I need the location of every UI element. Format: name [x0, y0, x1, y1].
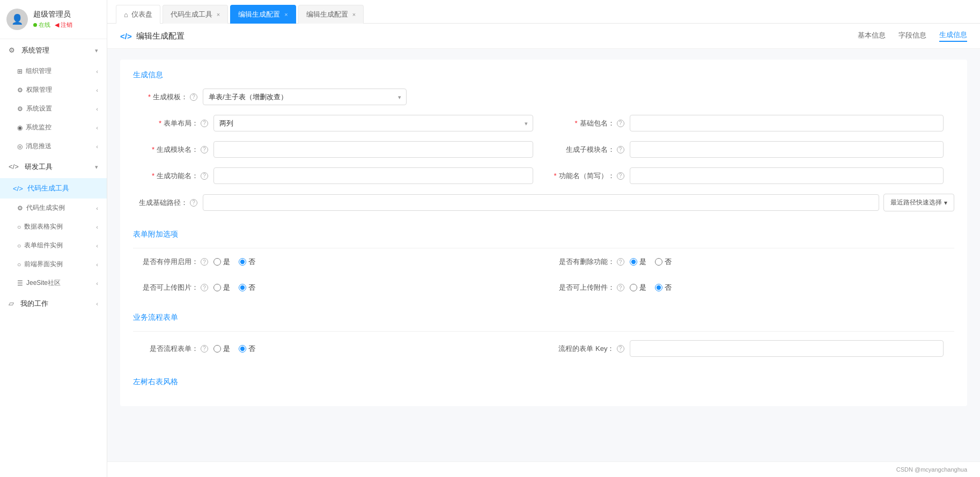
help-icon-abbr[interactable]: ?: [617, 172, 624, 180]
radio-attach-yes[interactable]: 是: [630, 283, 646, 292]
radio-input-delete-yes[interactable]: [630, 258, 637, 266]
form-component-icon: ○: [17, 242, 21, 249]
sidebar-item-data-table[interactable]: ○ 数据表格实例 ‹: [0, 217, 107, 236]
nav-basic-info[interactable]: 基本信息: [858, 31, 886, 41]
sidebar-section-system: ⚙ 系统管理 ▾ ⊞ 组织管理 ‹ ⚙ 权限管理 ‹ ⚙ 系统设置 ‹ ◉ 系统…: [0, 39, 107, 156]
help-icon-package[interactable]: ?: [617, 120, 624, 127]
shield-icon: ⚙: [17, 86, 23, 94]
chevron-left-icon3: ‹: [96, 106, 98, 112]
tab-edit-config-2[interactable]: 编辑生成配置 ×: [298, 5, 364, 24]
username: 超级管理员: [33, 10, 72, 19]
page-footer: CSDN @mcyangchanghua: [107, 461, 980, 477]
radio-attach-no[interactable]: 否: [655, 283, 672, 292]
sidebar-section-mywork: ▱ 我的工作 ‹: [0, 292, 107, 315]
logout-button[interactable]: ◀ 注销: [55, 21, 72, 29]
radio-input-disable-yes[interactable]: [213, 258, 221, 266]
sidebar-section-community: ☰ JeeSite社区 ‹: [0, 274, 107, 292]
help-icon-submodule[interactable]: ?: [617, 146, 624, 153]
radio-delete-no[interactable]: 否: [655, 257, 672, 267]
row-module-submodule: * 生成模块名： ? intern 生成子模块名： ?: [120, 141, 967, 158]
input-function-name[interactable]: intern_notice: [213, 167, 533, 184]
nav-field-info[interactable]: 字段信息: [898, 31, 926, 41]
help-icon-delete[interactable]: ?: [617, 258, 624, 266]
radio-input-workflow-no[interactable]: [239, 345, 246, 353]
chevron-left-icon10: ‹: [96, 280, 98, 287]
tab-code-gen-tool[interactable]: 代码生成工具 ×: [163, 5, 228, 24]
chevron-down-icon2: ▾: [95, 164, 98, 171]
help-icon-workflow[interactable]: ?: [201, 345, 208, 353]
tab-edit-config-active[interactable]: 编辑生成配置 ×: [230, 5, 296, 24]
avatar: 👤: [6, 9, 28, 30]
radio-input-delete-no[interactable]: [655, 258, 662, 266]
sidebar-group-dev-tools[interactable]: </> 研发工具 ▾: [0, 156, 107, 178]
col-function-abbr: * 功能名（简写）： ? intern_notice: [544, 167, 955, 184]
status-dot: [33, 23, 37, 27]
help-icon-layout[interactable]: ?: [201, 120, 208, 127]
dev-tools-left: </> 研发工具: [9, 162, 53, 172]
radio-input-workflow-yes[interactable]: [213, 345, 221, 353]
chevron-left-icon9: ‹: [96, 261, 98, 268]
sidebar-item-code-gen-example[interactable]: ⚙ 代码生成实例 ‹: [0, 199, 107, 217]
sidebar-item-community[interactable]: ☰ JeeSite社区 ‹: [0, 274, 107, 292]
sidebar-group-mywork[interactable]: ▱ 我的工作 ‹: [0, 292, 107, 315]
help-icon-path[interactable]: ?: [190, 199, 197, 207]
sidebar-item-monitor[interactable]: ◉ 系统监控 ‹: [0, 118, 107, 137]
input-sub-module[interactable]: [630, 141, 944, 158]
header-nav: 基本信息 字段信息 生成信息: [858, 30, 967, 42]
radio-workflow-no[interactable]: 否: [239, 344, 255, 354]
radio-image-yes[interactable]: 是: [213, 283, 230, 292]
sidebar-item-settings[interactable]: ⚙ 系统设置 ‹: [0, 99, 107, 118]
help-icon-module[interactable]: ?: [201, 146, 208, 153]
help-icon-attach[interactable]: ?: [617, 284, 624, 291]
section-generate-title: 生成信息: [120, 70, 967, 80]
radio-input-attach-yes[interactable]: [630, 284, 637, 291]
tab-dashboard[interactable]: ⌂ 仪表盘: [116, 5, 160, 24]
input-module-name[interactable]: intern: [213, 141, 533, 158]
row-disable-delete: 是否有停用启用： ? 是 否: [120, 257, 967, 267]
help-icon-workflow-key[interactable]: ?: [617, 345, 624, 353]
radio-input-image-yes[interactable]: [213, 284, 221, 291]
help-icon-template[interactable]: ?: [190, 93, 197, 101]
input-base-package[interactable]: com.jeesite.modules: [630, 115, 944, 131]
tab-close-icon-2[interactable]: ×: [284, 11, 288, 18]
sidebar-item-code-gen-tool[interactable]: </> 代码生成工具: [0, 178, 107, 199]
col-has-delete: 是否有删除功能： ? 是 否: [544, 257, 955, 267]
radio-delete-yes[interactable]: 是: [630, 257, 646, 267]
sidebar-group-system-management[interactable]: ⚙ 系统管理 ▾: [0, 39, 107, 62]
select-form-layout[interactable]: 两列: [213, 115, 533, 131]
input-workflow-key[interactable]: [630, 340, 944, 357]
path-quick-select-button[interactable]: 最近路径快速选择 ▾: [883, 194, 954, 211]
sidebar-item-permission[interactable]: ⚙ 权限管理 ‹: [0, 80, 107, 99]
col-function-name: * 生成功能名： ? intern_notice: [133, 167, 544, 184]
sidebar-item-org-management[interactable]: ⊞ 组织管理 ‹: [0, 62, 107, 80]
help-icon-disable[interactable]: ?: [201, 258, 208, 266]
help-icon-image[interactable]: ?: [201, 284, 208, 291]
col-workflow-key: 流程的表单 Key： ?: [544, 340, 955, 357]
chevron-left-icon6: ‹: [96, 205, 98, 211]
label-workflow-key: 流程的表单 Key： ?: [544, 344, 630, 354]
sidebar-item-form-component[interactable]: ○ 表单组件实例 ‹: [0, 236, 107, 255]
col-sub-module: 生成子模块名： ?: [544, 141, 955, 158]
select-generate-template[interactable]: 单表/主子表（增删改查）: [203, 89, 407, 105]
sidebar-item-frontend[interactable]: ○ 前端界面实例 ‹: [0, 255, 107, 274]
tab-close-icon-3[interactable]: ×: [352, 11, 356, 18]
nav-generate-info[interactable]: 生成信息: [939, 30, 967, 42]
radio-input-image-no[interactable]: [239, 284, 246, 291]
input-function-abbr[interactable]: intern_notice: [630, 167, 944, 184]
label-base-package: * 基础包名： ?: [544, 119, 630, 128]
control-function-name: intern_notice: [213, 167, 533, 184]
col-is-workflow: 是否流程表单： ? 是 否: [133, 340, 544, 357]
radio-input-attach-no[interactable]: [655, 284, 662, 291]
tab-close-icon-1[interactable]: ×: [217, 11, 220, 18]
radio-workflow-yes[interactable]: 是: [213, 344, 230, 354]
mywork-left: ▱ 我的工作: [9, 299, 48, 309]
radio-has-disable: 是 否: [213, 257, 255, 267]
sidebar-item-message[interactable]: ◎ 消息推送 ‹: [0, 137, 107, 156]
input-base-path[interactable]: E:\WorkSpace\JeeSite\Test\4.5\jeesite4-v…: [203, 194, 879, 211]
radio-disable-no[interactable]: 否: [239, 257, 255, 267]
radio-image-no[interactable]: 否: [239, 283, 255, 292]
radio-input-disable-no[interactable]: [239, 258, 246, 266]
radio-disable-yes[interactable]: 是: [213, 257, 230, 267]
help-icon-function[interactable]: ?: [201, 172, 208, 180]
chevron-left-icon5: ‹: [96, 143, 98, 150]
